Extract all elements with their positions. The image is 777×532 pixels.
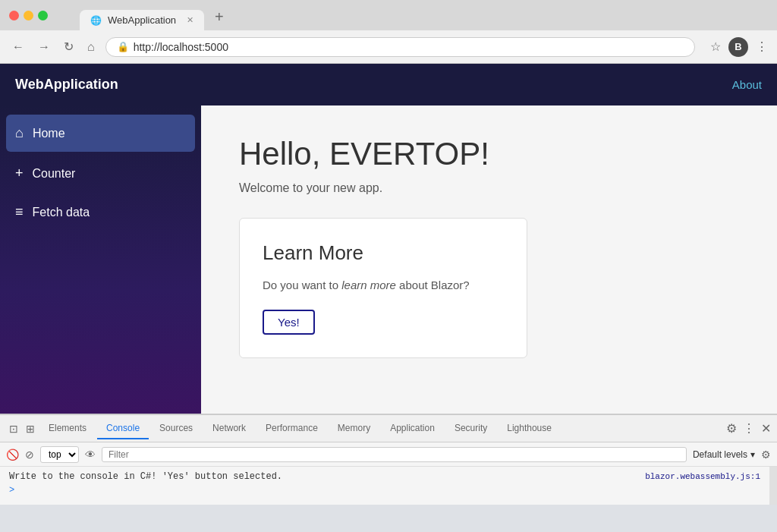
devtools-tabs: ⊡ ⊞ Elements Console Sources Network Per… [0,415,777,442]
devtools-tab-performance[interactable]: Performance [256,418,327,439]
new-tab-button[interactable]: + [207,5,231,29]
refresh-button[interactable]: ↻ [61,36,77,57]
devtools-panel: ⊡ ⊞ Elements Console Sources Network Per… [0,414,777,505]
devtools-tab-sources[interactable]: Sources [150,418,202,439]
devtools-responsive-icon[interactable]: ⊞ [23,420,38,438]
star-icon[interactable]: ☆ [710,39,721,54]
app-title: WebApplication [15,77,118,93]
console-source-link[interactable]: blazor.webassembly.js:1 [645,472,760,481]
url-field[interactable]: 🔒 http://localhost:5000 [105,37,695,57]
devtools-settings2-icon[interactable]: ⚙ [761,449,771,461]
page-subtitle: Welcome to your new app. [239,181,739,195]
plus-icon: + [15,165,24,181]
sidebar-item-fetchdata[interactable]: ≡ Fetch data [0,194,201,231]
close-button[interactable] [9,11,19,20]
card-text-before: Do you want to [263,279,341,291]
url-text: http://localhost:5000 [134,41,228,53]
devtools-more-icon[interactable]: ⋮ [743,421,755,436]
sidebar-item-home-label: Home [33,127,65,140]
devtools-filter-icon[interactable]: ⊘ [25,449,34,461]
forward-button[interactable]: → [35,37,53,57]
console-output: Write to the console in C#! 'Yes' button… [0,467,769,505]
console-filter-input[interactable] [102,447,687,462]
address-bar: ← → ↻ ⌂ 🔒 http://localhost:5000 ☆ B ⋮ [0,30,777,64]
learn-more-card: Learn More Do you want to learn more abo… [239,218,527,358]
devtools-clear-icon[interactable]: 🚫 [6,449,19,461]
default-levels-selector[interactable]: Default levels ▾ [693,449,755,460]
devtools-scrollbar[interactable] [769,467,777,505]
devtools-tab-elements[interactable]: Elements [39,418,96,439]
tab-close-icon[interactable]: ✕ [187,15,193,25]
devtools-close-icon[interactable]: ✕ [761,421,771,436]
back-button[interactable]: ← [9,37,27,57]
tab-title: WebApplication [108,14,176,26]
devtools-settings-icon[interactable]: ⚙ [726,421,737,436]
page-heading: Hello, EVERTOP! [239,136,739,172]
list-icon: ≡ [15,204,24,220]
devtools-tab-application[interactable]: Application [381,418,444,439]
home-nav-button[interactable]: ⌂ [84,37,98,57]
sidebar-item-counter-label: Counter [33,167,76,181]
console-message: Write to the console in C#! 'Yes' button… [9,471,282,482]
devtools-toolbar: 🚫 ⊘ top 👁 Default levels ▾ ⚙ [0,442,777,467]
console-prompt[interactable]: > [9,485,760,496]
context-selector[interactable]: top [40,446,79,463]
traffic-lights[interactable] [9,11,48,20]
minimize-button[interactable] [24,11,33,20]
devtools-tab-lighthouse[interactable]: Lighthouse [498,418,561,439]
card-text: Do you want to learn more about Blazor? [263,277,504,294]
console-message-line: Write to the console in C#! 'Yes' button… [9,471,760,482]
about-link[interactable]: About [732,78,762,91]
devtools-tab-console[interactable]: Console [97,418,149,439]
devtools-tab-network[interactable]: Network [203,418,255,439]
maximize-button[interactable] [38,11,48,20]
active-tab[interactable]: 🌐 WebApplication ✕ [80,10,204,30]
menu-icon[interactable]: ⋮ [756,39,768,54]
sidebar-item-counter[interactable]: + Counter [0,155,201,192]
address-icons: ☆ B ⋮ [710,37,768,57]
home-icon: ⌂ [15,125,24,141]
app-header: WebApplication About [0,64,777,105]
sidebar-item-home[interactable]: ⌂ Home [6,115,195,152]
card-title: Learn More [263,241,504,265]
card-text-after: about Blazor? [396,279,470,291]
yes-button[interactable]: Yes! [263,310,315,335]
tab-favicon: 🌐 [90,15,102,26]
devtools-inspect-icon[interactable]: ⊡ [6,420,21,438]
user-avatar[interactable]: B [728,37,748,57]
devtools-tab-memory[interactable]: Memory [329,418,379,439]
devtools-eye-icon[interactable]: 👁 [85,449,96,461]
card-text-italic: learn more [341,279,396,291]
sidebar-item-fetchdata-label: Fetch data [33,206,90,219]
lock-icon: 🔒 [117,41,129,52]
main-content: Hello, EVERTOP! Welcome to your new app.… [201,105,777,414]
devtools-tab-security[interactable]: Security [445,418,496,439]
chevron-down-icon: ▾ [750,449,755,460]
devtools-controls: ⚙ ⋮ ✕ [726,421,771,436]
sidebar: ⌂ Home + Counter ≡ Fetch data [0,105,201,414]
